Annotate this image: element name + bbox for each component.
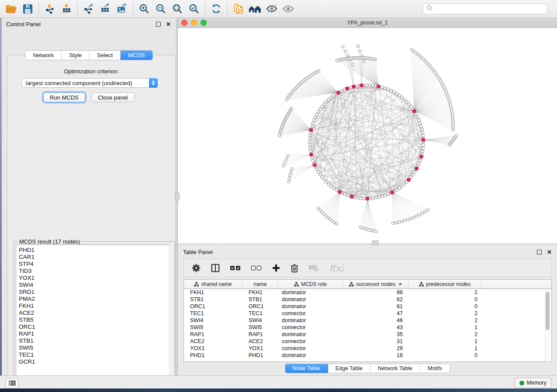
- export-table-button[interactable]: [97, 1, 114, 16]
- tab-select[interactable]: Select: [90, 51, 121, 60]
- table-cell-predecessor-nodes[interactable]: 2: [408, 289, 481, 296]
- mcds-result-item[interactable]: CAR1: [19, 254, 170, 261]
- search-input[interactable]: [436, 5, 543, 13]
- table-cell-predecessor-nodes[interactable]: 2: [408, 310, 481, 316]
- mcds-result-item[interactable]: SWI5: [19, 344, 170, 351]
- table-scrollbar[interactable]: [545, 290, 550, 361]
- table-cell-mcds-role[interactable]: dominator: [278, 352, 343, 358]
- refresh-view-button[interactable]: [208, 1, 225, 16]
- tab-network-table[interactable]: Network Table: [370, 364, 420, 373]
- save-session-button[interactable]: [19, 1, 36, 16]
- import-table-button[interactable]: [58, 1, 75, 16]
- table-cell-predecessor-nodes[interactable]: 0: [408, 296, 481, 303]
- table-cell-predecessor-nodes[interactable]: 1: [408, 338, 481, 344]
- table-row[interactable]: PHD1PHD1dominator180: [184, 352, 551, 359]
- table-row[interactable]: TEC1TEC1connector472: [184, 310, 551, 317]
- unselect-all-columns-button[interactable]: [251, 265, 262, 272]
- criterion-dropdown[interactable]: largest connected component (undirected): [21, 78, 158, 88]
- export-image-button[interactable]: [114, 1, 130, 16]
- table-cell-name[interactable]: FKH1: [242, 289, 278, 296]
- network-graph[interactable]: [178, 28, 557, 244]
- table-row[interactable]: ACE2ACE2connector311: [184, 338, 551, 345]
- table-cell-successor-nodes[interactable]: 29: [343, 345, 408, 351]
- session-docs-button[interactable]: [230, 1, 247, 16]
- table-cell-successor-nodes[interactable]: 46: [343, 317, 408, 323]
- table-cell-mcds-role[interactable]: connector: [278, 310, 343, 316]
- mcds-result-item[interactable]: SWI4: [19, 282, 170, 289]
- memory-button[interactable]: Memory: [515, 378, 551, 388]
- table-cell-name[interactable]: TEC1: [242, 310, 278, 316]
- table-cell-name[interactable]: ORC1: [242, 303, 278, 309]
- table-cell-mcds-role[interactable]: connector: [278, 345, 343, 351]
- table-cell-name[interactable]: STB1: [242, 296, 278, 303]
- vertical-splitter-grip[interactable]: [175, 193, 180, 200]
- tab-edge-table[interactable]: Edge Table: [328, 364, 370, 373]
- column-header-mcds-role[interactable]: MCDS role: [278, 280, 343, 289]
- show-column-browser-button[interactable]: [211, 263, 220, 273]
- network-window-titlebar[interactable]: YPA_prune.txt_1: [178, 18, 557, 28]
- close-panel-icon[interactable]: ✕: [166, 22, 171, 26]
- table-cell-mcds-role[interactable]: dominator: [278, 296, 343, 303]
- table-cell-successor-nodes[interactable]: 18: [343, 352, 408, 358]
- table-cell-shared-name[interactable]: ACE2: [184, 338, 242, 344]
- table-cell-successor-nodes[interactable]: 47: [343, 310, 408, 316]
- network-canvas[interactable]: [178, 28, 557, 244]
- table-cell-name[interactable]: PHD1: [242, 352, 278, 358]
- table-cell-mcds-role[interactable]: dominator: [278, 331, 343, 337]
- table-cell-predecessor-nodes[interactable]: 1: [408, 345, 481, 351]
- table-cell-successor-nodes[interactable]: 61: [343, 303, 408, 309]
- table-cell-predecessor-nodes[interactable]: 0: [408, 352, 481, 358]
- table-cell-mcds-role[interactable]: dominator: [278, 317, 343, 323]
- table-cell-successor-nodes[interactable]: 35: [343, 331, 408, 337]
- zoom-selected-button[interactable]: [186, 1, 202, 16]
- table-settings-button[interactable]: [191, 263, 201, 273]
- tab-style[interactable]: Style: [62, 51, 90, 60]
- table-cell-shared-name[interactable]: TEC1: [184, 310, 242, 316]
- home-button[interactable]: [247, 1, 263, 16]
- column-header-predecessor-nodes[interactable]: predecessor nodes: [408, 280, 481, 289]
- table-cell-successor-nodes[interactable]: 43: [343, 324, 408, 330]
- run-mcds-button[interactable]: Run MCDS: [43, 93, 85, 102]
- table-scrollbar-thumb[interactable]: [546, 292, 550, 330]
- table-row[interactable]: SWI4SWI4dominator462: [184, 317, 551, 324]
- tab-mcds[interactable]: MCDS: [121, 51, 152, 60]
- table-cell-predecessor-nodes[interactable]: 2: [408, 331, 481, 337]
- show-all-button[interactable]: [280, 1, 297, 16]
- hide-selected-button[interactable]: [263, 1, 280, 16]
- delete-column-button[interactable]: [290, 263, 299, 273]
- table-cell-mcds-role[interactable]: dominator: [278, 289, 343, 296]
- mcds-result-item[interactable]: YOX1: [19, 275, 170, 282]
- mcds-result-item[interactable]: RAP1: [19, 330, 170, 337]
- zoom-out-button[interactable]: [152, 1, 169, 16]
- horizontal-splitter-grip[interactable]: [372, 241, 379, 245]
- table-cell-name[interactable]: SWI4: [242, 317, 278, 323]
- table-row[interactable]: YOX1YOX1connector291: [184, 345, 551, 352]
- search-field[interactable]: [422, 3, 547, 14]
- table-cell-name[interactable]: SWI5: [242, 324, 278, 330]
- table-cell-shared-name[interactable]: SWI5: [184, 324, 242, 330]
- table-cell-successor-nodes[interactable]: 31: [343, 338, 408, 344]
- table-cell-shared-name[interactable]: SWI4: [184, 317, 242, 323]
- table-cell-mcds-role[interactable]: dominator: [278, 303, 343, 309]
- table-row[interactable]: STB1STB1dominator620: [184, 296, 551, 303]
- table-cell-shared-name[interactable]: PHD1: [184, 352, 242, 358]
- mcds-list-scrollbar[interactable]: [169, 245, 173, 392]
- mcds-result-item[interactable]: STP4: [19, 261, 170, 268]
- table-cell-shared-name[interactable]: FKH1: [184, 289, 242, 296]
- table-cell-successor-nodes[interactable]: 96: [343, 289, 408, 296]
- table-cell-shared-name[interactable]: YOX1: [184, 345, 242, 351]
- table-cell-name[interactable]: RAP1: [242, 331, 278, 337]
- table-cell-successor-nodes[interactable]: 62: [343, 296, 408, 303]
- column-header-shared-name[interactable]: shared name: [184, 280, 242, 289]
- table-cell-mcds-role[interactable]: connector: [278, 338, 343, 344]
- mcds-result-item[interactable]: PHD1: [19, 247, 170, 254]
- table-cell-shared-name[interactable]: STB1: [184, 296, 242, 303]
- mcds-result-item[interactable]: FKH1: [19, 303, 170, 309]
- column-header-successor-nodes[interactable]: successor nodes: [343, 280, 408, 289]
- mcds-result-item[interactable]: ORC1: [19, 323, 170, 330]
- table-cell-mcds-role[interactable]: connector: [278, 324, 343, 330]
- mcds-result-item[interactable]: SRD1: [19, 289, 170, 296]
- table-row[interactable]: ORC1ORC1dominator610: [184, 303, 551, 310]
- import-network-button[interactable]: [42, 1, 58, 16]
- table-cell-predecessor-nodes[interactable]: 0: [408, 303, 481, 309]
